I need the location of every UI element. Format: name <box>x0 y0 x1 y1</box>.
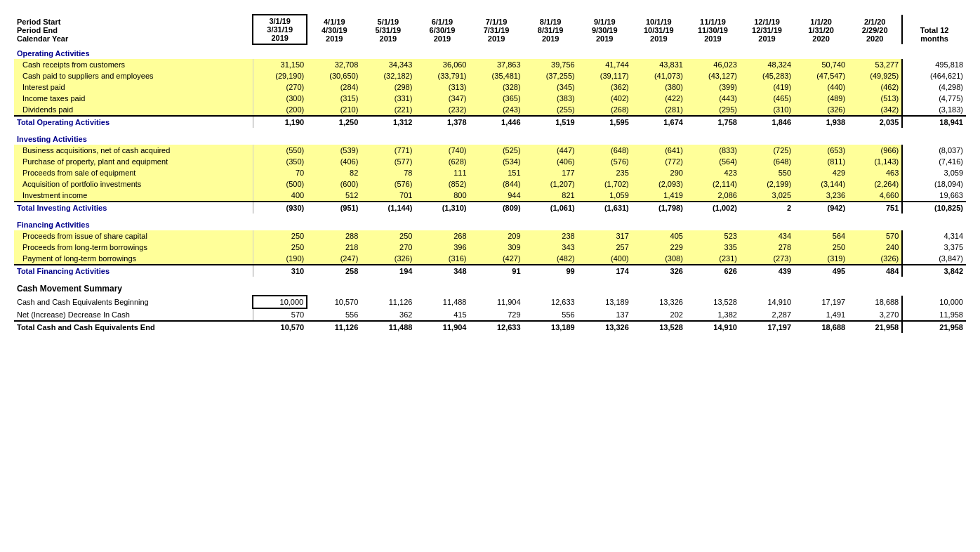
cell-value: 405 <box>632 230 686 242</box>
cell-value: 257 <box>578 242 632 253</box>
total-cell: 326 <box>632 265 686 277</box>
row-total: (3,847) <box>902 253 966 265</box>
total-cell: 1,938 <box>794 116 848 128</box>
section-header-row: Financing Activities <box>14 216 966 230</box>
cell-value: 429 <box>794 167 848 178</box>
col-header-8: 11/1/19 11/30/19 2019 <box>686 15 740 44</box>
cell-value: 250 <box>794 242 848 253</box>
cell-value: 39,756 <box>524 59 578 70</box>
cell-value: (1,207) <box>524 178 578 190</box>
col-header-6: 9/1/19 9/30/19 2019 <box>578 15 632 44</box>
total-cell: 1,446 <box>470 116 524 128</box>
cell-value: 4,660 <box>848 190 902 202</box>
summary-cell: 362 <box>361 308 415 321</box>
row-total: 3,375 <box>902 242 966 253</box>
cell-value: (310) <box>740 104 794 116</box>
cell-value: (771) <box>361 145 415 156</box>
cell-value: 434 <box>740 230 794 242</box>
total-cell: 1,595 <box>578 116 632 128</box>
total-cell: 1,674 <box>632 116 686 128</box>
cell-value: (326) <box>794 104 848 116</box>
cell-value: (210) <box>307 104 361 116</box>
col-header-11: 2/1/20 2/29/20 2020 <box>848 15 902 44</box>
summary-header-label: Cash Movement Summary <box>14 280 966 296</box>
section-header-label: Operating Activities <box>14 44 966 59</box>
summary-cell: 13,189 <box>578 296 632 308</box>
cell-value: 250 <box>253 230 307 242</box>
cell-value: (39,117) <box>578 70 632 81</box>
section-header-label: Investing Activities <box>14 131 966 145</box>
cell-value: (399) <box>686 81 740 93</box>
cell-value: (243) <box>470 104 524 116</box>
summary-cell: 11,904 <box>470 296 524 308</box>
total-cell: 1,190 <box>253 116 307 128</box>
total-grand: (10,825) <box>902 202 966 213</box>
summary-cell: 13,326 <box>632 296 686 308</box>
total-cell: 439 <box>740 265 794 277</box>
grand-total-cell: 21,958 <box>848 321 902 333</box>
header-row: Period Start Period End Calendar Year 3/… <box>14 15 966 44</box>
total-cell: 310 <box>253 265 307 277</box>
row-label: Proceeds from sale of equipment <box>14 167 253 178</box>
cell-value: (316) <box>415 253 469 265</box>
table-row: Proceeds from long-term borrowings250218… <box>14 242 966 253</box>
cell-value: (247) <box>307 253 361 265</box>
total-cell: (1,061) <box>524 202 578 213</box>
cell-value: (331) <box>361 93 415 104</box>
cell-value: (313) <box>415 81 469 93</box>
period-labels: Period Start Period End Calendar Year <box>14 15 253 44</box>
cell-value: (255) <box>524 104 578 116</box>
summary-cell: 202 <box>632 308 686 321</box>
summary-header-row: Cash Movement Summary <box>14 280 966 296</box>
cell-value: (653) <box>794 145 848 156</box>
summary-cell: 3,270 <box>848 308 902 321</box>
col-header-0: 3/1/19 3/31/19 2019 <box>253 15 307 44</box>
cell-value: (326) <box>848 253 902 265</box>
summary-total: 10,000 <box>902 296 966 308</box>
cell-value: 800 <box>415 190 469 202</box>
row-label: Investment income <box>14 190 253 202</box>
summary-row: Cash and Cash Equivalents Beginning10,00… <box>14 296 966 308</box>
row-total: (4,775) <box>902 93 966 104</box>
total-cell: (1,002) <box>686 202 740 213</box>
total-cell: 2 <box>740 202 794 213</box>
summary-total: 11,958 <box>902 308 966 321</box>
cell-value: (844) <box>470 178 524 190</box>
table-row: Cash receipts from customers31,15032,708… <box>14 59 966 70</box>
cell-value: (482) <box>524 253 578 265</box>
cell-value: (400) <box>578 253 632 265</box>
cell-value: (440) <box>794 81 848 93</box>
cell-value: (833) <box>686 145 740 156</box>
total-grand: 18,941 <box>902 116 966 128</box>
col-header-5: 8/1/19 8/31/19 2019 <box>524 15 578 44</box>
grand-total-cell: 13,528 <box>632 321 686 333</box>
total-row: Total Investing Activities(930)(951)(1,1… <box>14 202 966 213</box>
cell-value: (641) <box>632 145 686 156</box>
cell-value: 46,023 <box>686 59 740 70</box>
cell-value: (190) <box>253 253 307 265</box>
cell-value: (577) <box>361 156 415 167</box>
cell-value: 400 <box>253 190 307 202</box>
grand-total-cell: 14,910 <box>686 321 740 333</box>
row-label: Business acquisitions, net of cash acqui… <box>14 145 253 156</box>
cell-value: (383) <box>524 93 578 104</box>
row-total: (7,416) <box>902 156 966 167</box>
cell-value: (462) <box>848 81 902 93</box>
total-cell: (942) <box>794 202 848 213</box>
total-cell: 1,312 <box>361 116 415 128</box>
cell-value: (2,264) <box>848 178 902 190</box>
table-row: Income taxes paid(300)(315)(331)(347)(36… <box>14 93 966 104</box>
row-label: Acquisition of portfolio investments <box>14 178 253 190</box>
summary-cell: 17,197 <box>794 296 848 308</box>
cell-value: (45,283) <box>740 70 794 81</box>
grand-total-cell: 13,189 <box>524 321 578 333</box>
cell-value: (315) <box>307 93 361 104</box>
row-label: Income taxes paid <box>14 93 253 104</box>
row-total: 19,663 <box>902 190 966 202</box>
cell-value: 278 <box>740 242 794 253</box>
cell-value: 250 <box>361 230 415 242</box>
table-row: Acquisition of portfolio investments(500… <box>14 178 966 190</box>
total-cell: 495 <box>794 265 848 277</box>
cell-value: (447) <box>524 145 578 156</box>
cell-value: (33,791) <box>415 70 469 81</box>
